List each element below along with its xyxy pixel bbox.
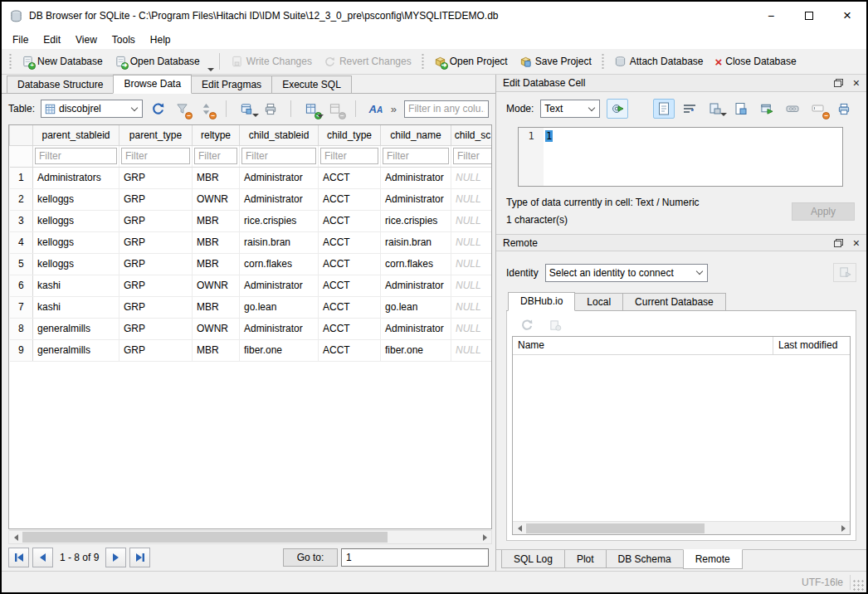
tab-browse-data[interactable]: Browse Data [113, 75, 192, 94]
tab-db-schema[interactable]: DB Schema [606, 550, 684, 568]
save-project-button[interactable]: Save Project [514, 53, 597, 71]
next-page-button[interactable] [105, 548, 126, 567]
copy-link-button[interactable] [782, 99, 803, 119]
header-corner[interactable] [10, 125, 33, 145]
first-record-button[interactable] [8, 548, 29, 567]
table-cell[interactable]: Administrator [240, 275, 319, 296]
tab-plot[interactable]: Plot [564, 550, 607, 568]
tab-execute-sql[interactable]: Execute SQL [271, 75, 352, 93]
column-header-child_sc[interactable]: child_sc [451, 125, 493, 145]
table-cell[interactable]: GRP [119, 296, 193, 318]
apply-button[interactable]: Apply [792, 202, 855, 221]
table-cell[interactable]: GRP [119, 231, 193, 253]
minimize-button[interactable]: − [752, 2, 790, 30]
scroll-right-arrow[interactable] [836, 522, 850, 534]
table-cell[interactable]: GRP [119, 188, 193, 210]
row-number[interactable]: 7 [10, 296, 33, 318]
table-cell[interactable]: ACCT [319, 167, 381, 188]
table-cell[interactable]: Administrator [240, 188, 319, 210]
toolbar-overflow-button[interactable]: » [391, 103, 397, 115]
table-cell[interactable]: Administrator [240, 167, 319, 188]
word-wrap-button[interactable] [679, 99, 700, 119]
print-cell-button[interactable] [833, 99, 855, 119]
save-results-button[interactable] [237, 100, 256, 118]
row-number[interactable]: 5 [10, 253, 33, 275]
filter-input-reltype[interactable] [194, 148, 237, 164]
remote-refresh-button[interactable] [517, 316, 537, 334]
table-select[interactable]: discobjrel [41, 100, 143, 118]
table-cell[interactable]: GRP [119, 339, 193, 361]
filter-input-child_type[interactable] [320, 148, 378, 164]
table-cell[interactable]: fiber.one [381, 339, 451, 361]
clear-sorting-button[interactable]: − [197, 100, 215, 118]
table-cell[interactable]: ACCT [319, 210, 381, 231]
delete-record-button[interactable]: − [326, 100, 344, 118]
maximize-button[interactable] [790, 2, 828, 30]
encoding-label[interactable]: UTF-16le [795, 577, 850, 588]
table-cell-null[interactable]: NULL [451, 275, 493, 296]
column-header-child_stableid[interactable]: child_stableid [240, 125, 319, 145]
insert-record-button[interactable]: + [302, 100, 320, 118]
close-panel-icon[interactable]: × [853, 79, 860, 87]
table-cell[interactable]: rice.crispies [381, 210, 451, 231]
table-cell[interactable]: fiber.one [240, 339, 319, 361]
table-cell[interactable]: MBR [193, 253, 240, 275]
font-settings-button[interactable]: AA [367, 100, 385, 118]
scrollbar-thumb[interactable] [22, 532, 388, 543]
table-cell[interactable]: GRP [119, 318, 193, 339]
toolbar-handle[interactable] [421, 53, 425, 70]
table-cell-null[interactable]: NULL [451, 188, 493, 210]
row-number[interactable]: 9 [10, 339, 33, 361]
clear-filters-button[interactable]: − [173, 100, 191, 118]
goto-button[interactable]: Go to: [283, 548, 338, 567]
column-last-modified[interactable]: Last modified [773, 337, 850, 354]
float-panel-icon[interactable] [834, 79, 843, 87]
table-cell-null[interactable]: NULL [451, 296, 493, 318]
table-cell[interactable]: OWNR [193, 318, 240, 339]
remote-horizontal-scrollbar[interactable] [513, 521, 850, 534]
table-cell[interactable]: go.lean [381, 296, 451, 318]
menu-tools[interactable]: Tools [105, 32, 143, 48]
table-cell[interactable]: generalmills [33, 318, 119, 339]
identity-select[interactable]: Select an identity to connect [545, 264, 708, 282]
apply-import-button[interactable] [607, 99, 628, 119]
refresh-button[interactable] [149, 100, 167, 118]
scroll-left-arrow[interactable] [9, 531, 22, 543]
row-number[interactable]: 1 [10, 167, 33, 188]
table-cell[interactable]: GRP [119, 210, 193, 231]
new-database-button[interactable]: + New Database [16, 53, 109, 71]
open-external-button[interactable] [756, 99, 778, 119]
menu-edit[interactable]: Edit [36, 32, 68, 48]
open-database-dropdown[interactable] [207, 68, 214, 71]
scrollbar-thumb[interactable] [526, 523, 705, 533]
table-cell[interactable]: MBR [193, 231, 240, 253]
table-cell[interactable]: raisin.bran [381, 231, 451, 253]
float-panel-icon[interactable] [834, 239, 843, 247]
print-button[interactable] [261, 100, 280, 118]
menu-file[interactable]: File [5, 32, 36, 48]
column-header-child_type[interactable]: child_type [319, 125, 381, 145]
attach-database-button[interactable]: Attach Database [608, 53, 710, 71]
row-number[interactable]: 2 [10, 188, 33, 210]
scroll-right-arrow[interactable] [478, 531, 491, 543]
resize-grip[interactable] [852, 579, 864, 591]
table-cell[interactable]: kashi [33, 275, 119, 296]
table-cell[interactable]: GRP [119, 275, 193, 296]
table-cell[interactable]: GRP [119, 253, 193, 275]
close-database-button[interactable]: × Close Database [709, 52, 802, 71]
table-cell[interactable]: kelloggs [33, 231, 119, 253]
goto-input[interactable] [341, 548, 489, 567]
previous-page-button[interactable] [32, 548, 53, 567]
mode-select[interactable]: Text [540, 100, 600, 118]
table-cell[interactable]: raisin.bran [240, 231, 319, 253]
menu-help[interactable]: Help [143, 32, 178, 48]
filter-input-child_sc[interactable] [453, 148, 492, 164]
table-cell-null[interactable]: NULL [451, 231, 493, 253]
table-cell[interactable]: kashi [33, 296, 119, 318]
filter-input-child_name[interactable] [383, 148, 449, 164]
table-cell-null[interactable]: NULL [451, 339, 493, 361]
table-cell[interactable]: kelloggs [33, 210, 119, 231]
tab-remote[interactable]: Remote [683, 549, 743, 569]
tab-edit-pragmas[interactable]: Edit Pragmas [191, 75, 272, 93]
table-cell[interactable]: Administrator [240, 318, 319, 339]
